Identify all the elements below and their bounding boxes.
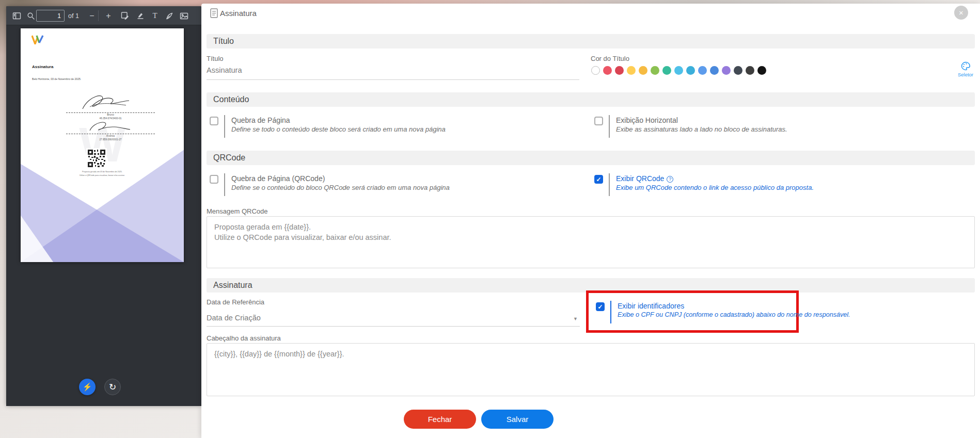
color-swatch[interactable] [698,66,707,75]
option-description: Define se todo o conteúdo deste bloco se… [231,124,446,133]
text-tool-icon[interactable]: T [150,6,160,25]
section-header-titulo: Título [207,34,975,48]
zoom-in-icon[interactable]: + [103,6,114,25]
color-swatch[interactable] [674,66,683,75]
color-swatch[interactable] [639,66,647,75]
toolbar-divider [98,10,99,21]
titulo-input[interactable] [207,63,579,80]
color-swatch[interactable] [627,66,636,75]
section-header-conteudo: Conteúdo [207,92,975,107]
fechar-button[interactable]: Fechar [404,410,476,429]
option-description: Exibe um QRCode contendo o link de acess… [616,183,814,191]
help-icon[interactable]: ? [667,176,673,183]
signature-annotation-icon[interactable] [120,6,130,25]
pdf-viewer-panel: of 1 − + T W [6,6,201,406]
image-tool-icon[interactable] [179,6,189,25]
document-icon [210,8,218,18]
signature-settings-modal: Assinatura × Título Título Cor do Título… [201,4,980,438]
exibir-identificadores-checkbox[interactable]: ✓ [596,302,605,311]
color-swatch[interactable] [757,66,766,75]
option-label: Quebra de Página (QRCode) [231,173,450,183]
signature-scribble [78,91,135,113]
pdf-page: W Assinatura Belo Horizonte, 03 de Novem… [21,28,184,262]
signature-line [66,134,155,134]
select-value: Data de Criação [207,314,261,322]
color-selector-button[interactable]: Seletor [951,61,980,77]
exibir-qrcode-checkbox[interactable]: ✓ [594,175,603,184]
cabecalho-assinatura-textarea[interactable]: {{city}}, {{day}} de {{month}} de {{year… [207,343,975,396]
option-label: Exibir QRCode? [616,173,814,183]
titulo-field-label: Título [207,55,224,62]
row-divider [224,173,225,196]
option-label: Exibir identificadores [618,301,850,310]
option-row-quebra-pagina-qrcode: Quebra de Página (QRCode) Define se o co… [210,173,450,196]
quick-action-button[interactable]: ⚡ [79,379,96,395]
option-row-exibir-qrcode: ✓ Exibir QRCode? Exibe um QRCode contend… [594,173,814,196]
color-swatch[interactable] [722,66,731,75]
signer-identifier: 27.859.090/0001-27 [75,138,146,141]
option-row-exibir-identificadores: ✓ Exibir identificadores Exibe o CPF ou … [596,301,850,323]
option-label: Exibição Horizontal [616,115,787,124]
option-description: Exibe o CPF ou CNPJ (conforme o cadastra… [618,310,850,318]
refresh-button[interactable]: ↻ [104,379,121,395]
color-swatch[interactable] [591,66,600,75]
page-count-label: of 1 [68,6,79,25]
cor-do-titulo-label: Cor do Título [591,55,629,62]
option-description: Define se o conteúdo do bloco QRCode ser… [231,183,450,191]
salvar-button[interactable]: Salvar [481,410,554,429]
quebra-pagina-checkbox[interactable] [210,117,218,125]
option-row-quebra-de-pagina: Quebra de Página Define se todo o conteú… [210,115,446,138]
highlighter-icon[interactable] [135,6,146,25]
data-referencia-label: Data de Referência [207,298,264,306]
document-title: Assinatura [32,64,53,69]
page-number-input[interactable] [36,10,65,22]
cabecalho-assinatura-label: Cabeçalho da assinatura [207,334,281,342]
color-swatch[interactable] [734,66,742,75]
selector-label: Seletor [958,72,973,77]
sidebar-toggle-icon[interactable] [11,6,22,25]
exibicao-horizontal-checkbox[interactable] [594,117,603,125]
document-date-line: Belo Horizonte, 03 de Novembro de 2025. [32,78,81,80]
draw-pen-icon[interactable] [164,6,175,25]
signature-line [66,112,155,113]
signer-name: Bruno [73,113,148,116]
pdf-canvas: W Assinatura Belo Horizonte, 03 de Novem… [6,25,201,406]
row-divider [609,115,610,138]
modal-title: Assinatura [220,9,257,18]
color-swatch[interactable] [615,66,624,75]
color-swatch[interactable] [686,66,695,75]
chevron-down-icon: ▼ [573,316,578,321]
signer-name: Andrea [73,135,148,137]
row-divider [609,173,610,196]
mensagem-qrcode-label: Mensagem QRCode [207,207,268,215]
palette-icon [961,61,971,71]
option-description: Exibe as assinaturas lado a lado no bloc… [616,124,787,133]
color-swatch[interactable] [746,66,754,75]
zoom-out-icon[interactable]: − [87,6,97,25]
company-logo [31,35,44,44]
quebra-pagina-qrcode-checkbox[interactable] [210,175,218,184]
option-row-exibicao-horizontal: Exibição Horizontal Exibe as assinaturas… [594,115,787,138]
mensagem-qrcode-textarea[interactable]: Proposta gerada em {{date}}. Utilize o Q… [207,216,975,268]
color-swatch[interactable] [651,66,659,75]
pdf-toolbar: of 1 − + T [6,6,201,25]
data-referencia-select[interactable]: Data de Criação ▼ [207,308,580,327]
qr-code [86,148,107,169]
row-divider [610,301,611,323]
search-icon[interactable] [26,6,36,25]
color-swatch[interactable] [710,66,719,75]
section-header-qrcode: QRCode [207,151,975,165]
signature-scribble [87,119,133,135]
qr-caption: Utilize o QRCode para visualizar, baixar… [52,174,153,176]
qr-caption: Proposta gerada em 03 de Novembro de 202… [52,171,153,173]
option-label-text: Exibir QRCode [616,174,664,183]
row-divider [224,115,225,138]
option-label: Quebra de Página [231,115,446,124]
color-swatch-row [591,66,766,75]
close-icon[interactable]: × [954,6,968,20]
color-swatch[interactable] [603,66,612,75]
color-swatch[interactable] [662,66,671,75]
